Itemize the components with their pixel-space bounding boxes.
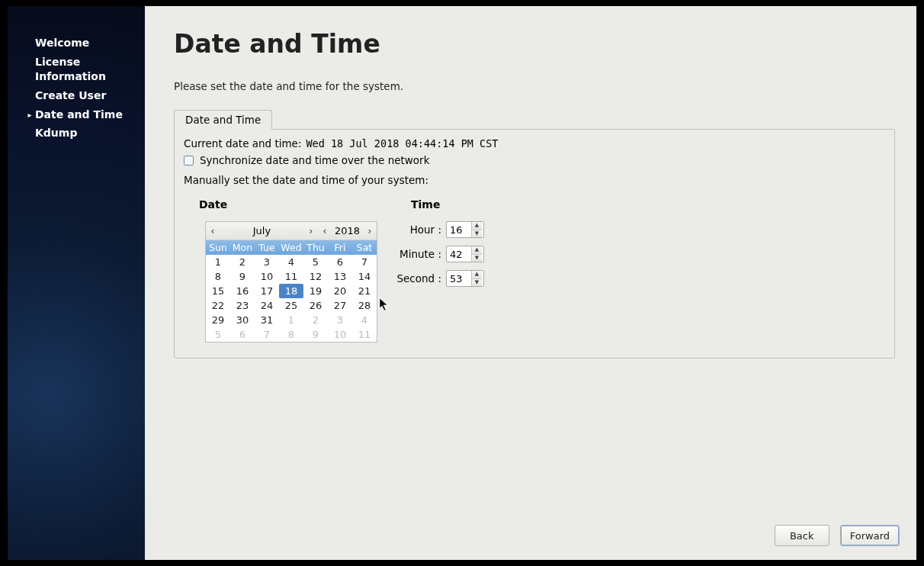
spinner-buttons: ▲ ▼ xyxy=(471,222,482,237)
hour-label: Hour : xyxy=(396,224,446,236)
calendar-day[interactable]: 26 xyxy=(303,298,328,313)
footer-buttons: Back Forward xyxy=(775,525,900,546)
calendar-dow: Mon xyxy=(230,240,255,255)
calendar-year-label[interactable]: 2018 xyxy=(332,225,363,236)
spin-down-icon[interactable]: ▼ xyxy=(472,230,482,238)
calendar-day[interactable]: 14 xyxy=(352,269,377,284)
sync-network-checkbox[interactable] xyxy=(184,156,194,166)
calendar-day[interactable]: 28 xyxy=(352,298,377,313)
calendar-year-block: ‹ 2018 › xyxy=(318,225,377,236)
calendar-day[interactable]: 6 xyxy=(328,255,352,269)
calendar-grid: SunMonTueWedThuFriSat1234567891011121314… xyxy=(206,240,377,342)
calendar-day[interactable]: 5 xyxy=(206,327,230,342)
calendar-day[interactable]: 3 xyxy=(328,313,352,327)
sidebar-item-license[interactable]: License Information xyxy=(8,53,145,86)
spinner-buttons: ▲ ▼ xyxy=(471,246,482,262)
next-year-button[interactable]: › xyxy=(363,226,377,236)
sidebar-item-label: License Information xyxy=(14,55,139,84)
calendar-day[interactable]: 20 xyxy=(328,284,352,298)
second-label: Second : xyxy=(396,272,446,285)
prev-month-button[interactable]: ‹ xyxy=(206,226,220,236)
calendar-day[interactable]: 1 xyxy=(279,313,303,327)
calendar-day[interactable]: 31 xyxy=(255,313,279,327)
calendar-day[interactable]: 4 xyxy=(352,313,377,327)
next-month-button[interactable]: › xyxy=(304,226,318,236)
prev-year-button[interactable]: ‹ xyxy=(318,226,332,236)
calendar-day[interactable]: 11 xyxy=(279,269,303,284)
calendar-dow: Thu xyxy=(303,240,328,255)
calendar-day[interactable]: 19 xyxy=(303,284,328,298)
firstboot-window: Welcome License Information Create User … xyxy=(8,6,916,560)
calendar-day[interactable]: 2 xyxy=(230,255,255,269)
calendar-day[interactable]: 12 xyxy=(303,269,328,284)
calendar-day[interactable]: 10 xyxy=(255,269,279,284)
spin-down-icon[interactable]: ▼ xyxy=(472,255,482,262)
back-button[interactable]: Back xyxy=(775,525,829,546)
sidebar-item-date-time[interactable]: ▸ Date and Time xyxy=(8,105,145,124)
calendar-day[interactable]: 11 xyxy=(352,327,377,342)
second-spinner[interactable]: ▲ ▼ xyxy=(446,270,484,287)
minute-input[interactable] xyxy=(447,246,471,262)
spin-up-icon[interactable]: ▲ xyxy=(472,222,482,230)
calendar-day[interactable]: 8 xyxy=(279,327,303,342)
sidebar-item-create-user[interactable]: Create User xyxy=(8,86,145,105)
current-datetime-row: Current date and time: Wed 18 Jul 2018 0… xyxy=(184,137,885,150)
calendar-day[interactable]: 18 xyxy=(279,284,303,298)
calendar-dow: Sat xyxy=(352,240,377,255)
spin-up-icon[interactable]: ▲ xyxy=(472,246,482,255)
spin-up-icon[interactable]: ▲ xyxy=(472,271,482,279)
calendar-month-label[interactable]: July xyxy=(220,225,304,236)
calendar-header: ‹ July › ‹ 2018 › xyxy=(206,222,377,240)
calendar-day[interactable]: 13 xyxy=(328,269,352,284)
hour-input[interactable] xyxy=(447,222,471,237)
tab-date-time[interactable]: Date and Time xyxy=(174,110,272,130)
minute-spinner[interactable]: ▲ ▼ xyxy=(446,246,484,262)
sidebar-item-label: Date and Time xyxy=(35,108,139,122)
calendar-day[interactable]: 23 xyxy=(230,298,255,313)
sidebar-item-label: Kdump xyxy=(14,126,139,140)
hour-spinner[interactable]: ▲ ▼ xyxy=(446,221,484,238)
spin-down-icon[interactable]: ▼ xyxy=(472,279,482,287)
calendar-day[interactable]: 17 xyxy=(255,284,279,298)
calendar-dow: Fri xyxy=(328,240,352,255)
calendar-day[interactable]: 22 xyxy=(206,298,230,313)
calendar-day[interactable]: 24 xyxy=(255,298,279,313)
calendar-day[interactable]: 2 xyxy=(303,313,328,327)
calendar-day[interactable]: 29 xyxy=(206,313,230,327)
calendar-day[interactable]: 25 xyxy=(279,298,303,313)
sidebar-item-kdump[interactable]: Kdump xyxy=(8,124,145,143)
time-heading: Time xyxy=(411,198,487,211)
time-column: Time Hour : ▲ ▼ Minute : xyxy=(396,198,487,342)
calendar-day[interactable]: 3 xyxy=(255,255,279,269)
date-column: Date ‹ July › ‹ 2018 › xyxy=(184,198,390,342)
calendar-day[interactable]: 9 xyxy=(230,269,255,284)
date-heading: Date xyxy=(199,198,390,211)
calendar-day[interactable]: 27 xyxy=(328,298,352,313)
tab-body: Current date and time: Wed 18 Jul 2018 0… xyxy=(174,129,895,359)
calendar-day[interactable]: 1 xyxy=(206,255,230,269)
calendar-day[interactable]: 15 xyxy=(206,284,230,298)
calendar-day[interactable]: 9 xyxy=(303,327,328,342)
calendar-day[interactable]: 30 xyxy=(230,313,255,327)
minute-label: Minute : xyxy=(396,248,446,260)
calendar-day[interactable]: 7 xyxy=(255,327,279,342)
calendar-day[interactable]: 4 xyxy=(279,255,303,269)
spinner-buttons: ▲ ▼ xyxy=(471,271,482,286)
chevron-right-icon: ▸ xyxy=(14,108,35,121)
forward-button[interactable]: Forward xyxy=(840,525,900,546)
second-input[interactable] xyxy=(447,271,471,286)
sidebar-item-label: Welcome xyxy=(14,36,139,50)
calendar-day[interactable]: 5 xyxy=(303,255,328,269)
sidebar-item-welcome[interactable]: Welcome xyxy=(8,34,145,53)
main-panel: Date and Time Please set the date and ti… xyxy=(145,6,916,560)
page-intro: Please set the date and time for the sys… xyxy=(174,80,895,92)
calendar-day[interactable]: 8 xyxy=(206,269,230,284)
calendar-day[interactable]: 16 xyxy=(230,284,255,298)
calendar-day[interactable]: 6 xyxy=(230,327,255,342)
calendar-day[interactable]: 10 xyxy=(328,327,352,342)
calendar-day[interactable]: 21 xyxy=(352,284,377,298)
date-time-columns: Date ‹ July › ‹ 2018 › xyxy=(184,198,885,342)
current-datetime-value: Wed 18 Jul 2018 04:44:14 PM CST xyxy=(306,137,498,150)
calendar-day[interactable]: 7 xyxy=(352,255,377,269)
sync-network-row[interactable]: Synchronize date and time over the netwo… xyxy=(184,154,885,166)
